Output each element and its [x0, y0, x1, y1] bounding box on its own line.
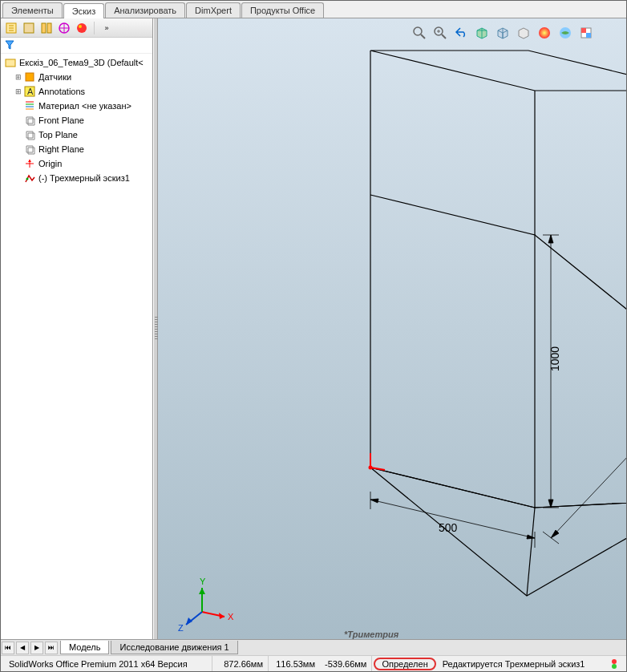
- tree-top-label: Top Plane: [38, 130, 78, 140]
- dim-1000-vertical[interactable]: 1000: [548, 346, 561, 371]
- svg-point-19: [26, 178, 29, 180]
- tree-origin-label: Origin: [38, 159, 62, 168]
- app-window: Элементы Эскиз Анализировать DimXpert Пр…: [0, 0, 627, 672]
- status-product: SolidWorks Office Premium 2011 x64 Верси…: [4, 656, 212, 671]
- tree-front-plane[interactable]: Front Plane: [1, 113, 152, 128]
- bottom-tab-model[interactable]: Модель: [60, 641, 109, 654]
- tree-right-label: Right Plane: [38, 144, 84, 154]
- tree-origin[interactable]: Origin: [1, 156, 152, 171]
- command-tabbar: Элементы Эскиз Анализировать DimXpert Пр…: [1, 1, 626, 18]
- svg-point-47: [612, 664, 617, 669]
- svg-point-46: [612, 659, 617, 664]
- bottom-tabbar: ⏮ ◀ ▶ ⏭ Модель Исследование движения 1: [1, 639, 626, 655]
- sketch3d-icon: [23, 172, 36, 184]
- view-triad: X Y Z: [178, 577, 234, 633]
- triad-y: Y: [200, 577, 206, 586]
- triad-x: X: [228, 612, 234, 621]
- status-rebuild-icon[interactable]: [605, 656, 623, 671]
- svg-rect-1: [24, 23, 34, 33]
- svg-line-42: [551, 370, 626, 538]
- tree-material[interactable]: Материал <не указан>: [1, 99, 152, 113]
- status-defined: Определен: [374, 658, 435, 670]
- svg-rect-10: [26, 73, 34, 81]
- origin-icon: [23, 157, 36, 170]
- tab-analyze[interactable]: Анализировать: [105, 2, 185, 18]
- svg-rect-3: [47, 23, 51, 33]
- toolbar-separator: [94, 22, 95, 34]
- svg-text:A: A: [27, 87, 34, 96]
- dimxpert-manager-icon[interactable]: [57, 21, 71, 35]
- render-manager-icon[interactable]: [75, 21, 89, 35]
- configuration-manager-icon[interactable]: [39, 21, 54, 35]
- tree-front-label: Front Plane: [38, 115, 84, 125]
- svg-rect-2: [42, 23, 46, 33]
- property-manager-icon[interactable]: [22, 21, 36, 35]
- feature-manager-panel: » Екскіз_06_Тема9_3D (Default< ⊞ Датчики…: [1, 18, 153, 639]
- overflow-icon[interactable]: »: [99, 21, 114, 35]
- plane-icon: [23, 128, 36, 141]
- tree-sensors-label: Датчики: [38, 72, 71, 82]
- statusbar: SolidWorks Office Premium 2011 x64 Верси…: [1, 655, 626, 671]
- sensors-icon: [23, 71, 36, 83]
- feature-tree: Екскіз_06_Тема9_3D (Default< ⊞ Датчики ⊞…: [1, 54, 152, 639]
- tree-annotations[interactable]: ⊞ A Annotations: [1, 84, 152, 99]
- view-name-label: *Триметрия: [344, 629, 398, 639]
- tree-sensors[interactable]: ⊞ Датчики: [1, 70, 152, 84]
- graphics-viewport[interactable]: 500 1000 1000: [158, 18, 626, 639]
- model-drawing: 500 1000 1000: [158, 18, 626, 639]
- svg-rect-9: [6, 59, 15, 67]
- main-area: » Екскіз_06_Тема9_3D (Default< ⊞ Датчики…: [1, 18, 626, 639]
- filter-row: [1, 38, 152, 54]
- status-coord-x: 872.66мм: [212, 656, 269, 671]
- tab-prev-icon[interactable]: ◀: [16, 642, 29, 654]
- triad-z: Z: [178, 623, 184, 633]
- tab-dimxpert[interactable]: DimXpert: [186, 2, 241, 18]
- tab-elements[interactable]: Элементы: [2, 2, 63, 18]
- tab-next-icon[interactable]: ▶: [30, 642, 43, 654]
- tree-top-plane[interactable]: Top Plane: [1, 128, 152, 142]
- bottom-tab-motion[interactable]: Исследование движения 1: [111, 641, 237, 654]
- tree-root[interactable]: Екскіз_06_Тема9_3D (Default<: [1, 55, 152, 70]
- tab-last-icon[interactable]: ⏭: [45, 642, 58, 654]
- expand-icon[interactable]: ⊞: [14, 73, 23, 81]
- tab-first-icon[interactable]: ⏮: [2, 642, 14, 654]
- material-icon: [23, 99, 36, 112]
- tree-root-label: Екскіз_06_Тема9_3D (Default<: [19, 58, 144, 67]
- status-editing: Редактируется Трехмерный эскиз1: [438, 656, 605, 671]
- plane-icon: [23, 114, 36, 127]
- part-icon: [4, 56, 17, 69]
- tree-annotations-label: Annotations: [38, 87, 85, 96]
- tree-3dsketch[interactable]: (-) Трехмерный эскиз1: [1, 171, 152, 185]
- tree-3dsketch-label: (-) Трехмерный эскиз1: [38, 173, 130, 183]
- filter-icon[interactable]: [4, 39, 15, 52]
- dim-500[interactable]: 500: [439, 521, 458, 534]
- tree-material-label: Материал <не указан>: [38, 101, 131, 111]
- expand-icon[interactable]: ⊞: [14, 87, 23, 95]
- status-coord-y: 116.53мм: [269, 656, 320, 671]
- status-coord-z: -539.66мм: [320, 656, 372, 671]
- tree-right-plane[interactable]: Right Plane: [1, 142, 152, 156]
- annotations-icon: A: [23, 85, 36, 98]
- svg-point-8: [79, 25, 82, 28]
- svg-point-7: [77, 23, 87, 33]
- tab-office[interactable]: Продукты Office: [241, 2, 324, 18]
- feature-manager-toolbar: »: [1, 18, 152, 38]
- plane-icon: [23, 143, 36, 156]
- tab-sketch[interactable]: Эскиз: [63, 3, 104, 18]
- feature-tree-icon[interactable]: [4, 21, 18, 35]
